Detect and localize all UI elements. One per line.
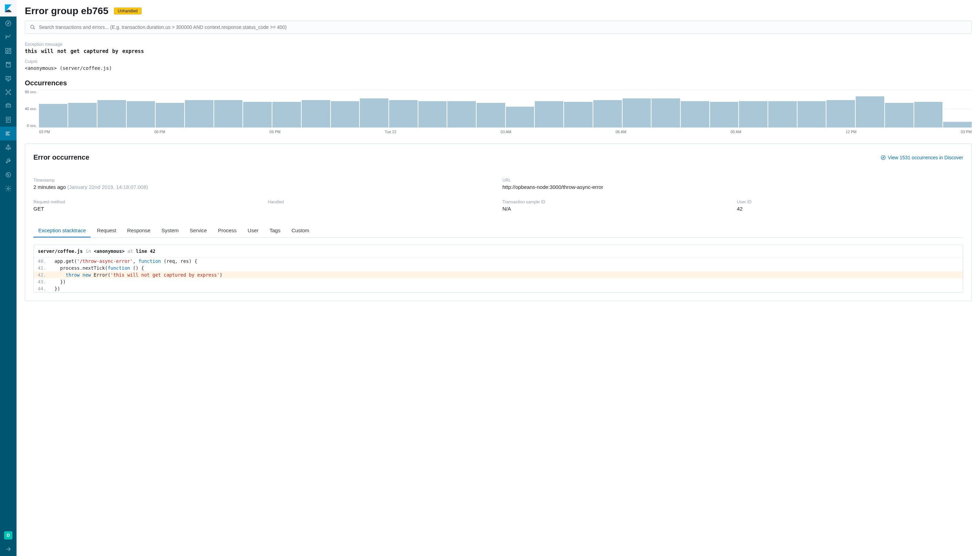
detail-tabs: Exception stacktraceRequestResponseSyste… bbox=[33, 224, 963, 238]
chart-bar[interactable] bbox=[476, 103, 505, 127]
occurrences-chart: 80 occ.40 occ.0 occ. 03 PM06 PM09 PMTue … bbox=[25, 90, 972, 134]
chart-bar[interactable] bbox=[651, 99, 680, 127]
tab-service[interactable]: Service bbox=[185, 224, 212, 238]
svg-point-13 bbox=[6, 148, 7, 149]
exception-message-label: Exception message bbox=[25, 42, 972, 47]
chart-bar[interactable] bbox=[681, 101, 709, 127]
svg-rect-1 bbox=[6, 48, 8, 51]
url-label: URL bbox=[502, 178, 963, 183]
chart-bar[interactable] bbox=[593, 100, 622, 127]
kibana-logo[interactable] bbox=[0, 0, 16, 16]
chart-bar[interactable] bbox=[418, 101, 447, 127]
tab-user[interactable]: User bbox=[243, 224, 263, 238]
user-id-label: User ID bbox=[737, 200, 963, 204]
error-occurrence-panel: Error occurrence View 1531 occurrences i… bbox=[25, 144, 972, 301]
culprit-label: Culprit bbox=[25, 59, 972, 64]
view-in-discover-link[interactable]: View 1531 occurrences in Discover bbox=[881, 155, 963, 160]
nav-logs-icon[interactable] bbox=[0, 113, 16, 127]
chart-bar[interactable] bbox=[826, 100, 855, 127]
line-content: }) bbox=[49, 278, 963, 285]
line-number: 43. bbox=[34, 278, 49, 285]
stacktrace-code: server/coffee.js in <anonymous> at line … bbox=[33, 245, 963, 293]
chart-bar[interactable] bbox=[389, 100, 418, 127]
svg-point-16 bbox=[8, 188, 9, 189]
chart-bar[interactable] bbox=[885, 103, 914, 127]
chart-bar[interactable] bbox=[68, 103, 97, 127]
discover-link-text: View 1531 occurrences in Discover bbox=[888, 155, 963, 160]
nav-visualize-icon[interactable] bbox=[0, 30, 16, 44]
y-tick: 40 occ. bbox=[25, 107, 37, 111]
collapse-sidebar-icon[interactable] bbox=[0, 542, 16, 556]
chart-bar[interactable] bbox=[331, 101, 360, 127]
chart-bar[interactable] bbox=[214, 100, 243, 127]
chart-bar[interactable] bbox=[97, 100, 126, 127]
nav-dashboard-icon[interactable] bbox=[0, 44, 16, 58]
search-input[interactable] bbox=[39, 24, 967, 30]
line-number: 40. bbox=[34, 258, 49, 265]
svg-rect-4 bbox=[6, 52, 8, 53]
svg-rect-2 bbox=[9, 48, 11, 50]
sidebar: D bbox=[0, 0, 16, 556]
tab-system[interactable]: System bbox=[157, 224, 183, 238]
chart-bar[interactable] bbox=[127, 101, 155, 127]
svg-point-14 bbox=[10, 148, 11, 149]
nav-ml-icon[interactable] bbox=[0, 85, 16, 99]
chart-bar[interactable] bbox=[768, 101, 797, 127]
handled-label: Handled bbox=[268, 200, 494, 204]
nav-devtools-icon[interactable] bbox=[0, 154, 16, 168]
tab-custom[interactable]: Custom bbox=[287, 224, 314, 238]
chart-bar[interactable] bbox=[914, 102, 943, 127]
nav-timelion-icon[interactable] bbox=[0, 58, 16, 71]
tab-process[interactable]: Process bbox=[213, 224, 241, 238]
nav-monitoring-icon[interactable] bbox=[0, 168, 16, 182]
chart-bar[interactable] bbox=[360, 99, 389, 127]
chart-bar[interactable] bbox=[797, 101, 826, 127]
chart-bar[interactable] bbox=[564, 102, 593, 127]
x-tick: 12 PM bbox=[846, 130, 857, 134]
exception-message: this will not get captured by express bbox=[25, 48, 972, 54]
chart-bar[interactable] bbox=[739, 101, 768, 127]
nav-management-icon[interactable] bbox=[0, 182, 16, 196]
x-tick: 03 PM bbox=[39, 130, 50, 134]
line-content: }) bbox=[49, 285, 963, 292]
unhandled-badge: Unhandled bbox=[114, 8, 141, 15]
chart-bar[interactable] bbox=[156, 103, 184, 127]
tab-tags[interactable]: Tags bbox=[265, 224, 285, 238]
tab-request[interactable]: Request bbox=[92, 224, 121, 238]
url-value: http://opbeans-node:3000/throw-async-err… bbox=[502, 184, 963, 190]
search-bar[interactable] bbox=[25, 21, 972, 34]
chart-bar[interactable] bbox=[447, 101, 476, 127]
chart-bar[interactable] bbox=[39, 104, 68, 127]
chart-bar[interactable] bbox=[506, 107, 535, 127]
timestamp-value: 2 minutes ago (January 22nd 2019, 14:18:… bbox=[33, 184, 494, 190]
nav-canvas-icon[interactable] bbox=[0, 71, 16, 85]
x-tick: 09 PM bbox=[270, 130, 281, 134]
nav-discover-icon[interactable] bbox=[0, 16, 16, 30]
chart-bar[interactable] bbox=[622, 99, 651, 127]
code-line: 41. process.nextTick(function () { bbox=[34, 265, 963, 272]
chart-bar[interactable] bbox=[243, 102, 272, 127]
chart-bar[interactable] bbox=[535, 101, 563, 127]
nav-graph-icon[interactable] bbox=[0, 141, 16, 154]
compass-icon bbox=[881, 155, 886, 160]
chart-bar[interactable] bbox=[185, 100, 214, 127]
tab-exception-stacktrace[interactable]: Exception stacktrace bbox=[33, 224, 91, 238]
page-title: Error group eb765 bbox=[25, 5, 109, 16]
chart-bar[interactable] bbox=[302, 100, 330, 127]
main-content: Error group eb765 Unhandled Exception me… bbox=[16, 0, 980, 556]
chart-bar[interactable] bbox=[943, 122, 972, 127]
x-tick: 06 AM bbox=[616, 130, 626, 134]
chart-bar[interactable] bbox=[272, 102, 301, 127]
x-tick: 06 PM bbox=[154, 130, 165, 134]
line-content: throw new Error('this will not get captu… bbox=[49, 272, 963, 278]
tab-response[interactable]: Response bbox=[122, 224, 155, 238]
y-tick: 80 occ. bbox=[25, 90, 37, 94]
nav-apm-icon[interactable] bbox=[0, 127, 16, 141]
user-avatar[interactable]: D bbox=[4, 531, 12, 540]
chart-bar[interactable] bbox=[710, 102, 739, 127]
nav-infra-icon[interactable] bbox=[0, 99, 16, 113]
svg-point-17 bbox=[31, 25, 34, 28]
chart-bar[interactable] bbox=[856, 96, 884, 127]
method-label: Request method bbox=[33, 200, 260, 204]
x-tick: 09 AM bbox=[731, 130, 741, 134]
